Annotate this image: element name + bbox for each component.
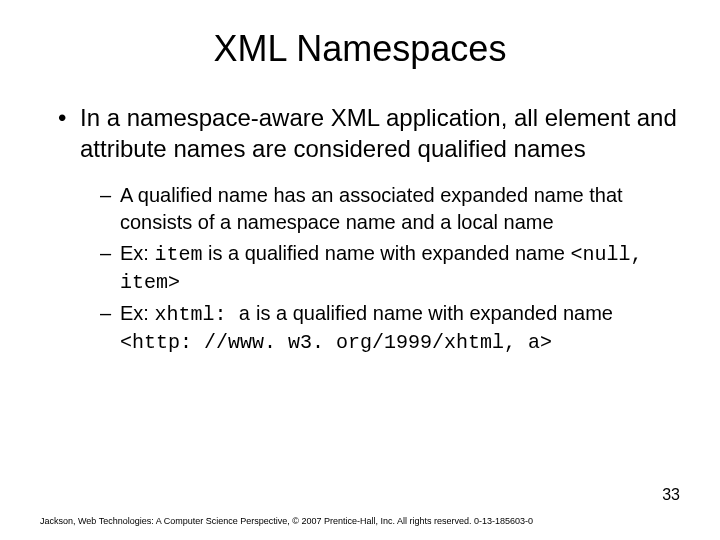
text-fragment: A qualified name has an associated <box>120 184 440 206</box>
text-fragment: Ex: <box>120 302 154 324</box>
bullet-level1: In a namespace-aware XML application, al… <box>58 102 680 164</box>
sub-bullet-list: A qualified name has an associated expan… <box>100 182 680 356</box>
page-number: 33 <box>662 486 680 504</box>
bullet-level2: A qualified name has an associated expan… <box>100 182 680 236</box>
slide: XML Namespaces In a namespace-aware XML … <box>0 0 720 540</box>
text-fragment: is a qualified name with expanded name <box>250 302 612 324</box>
bullet-level2: Ex: xhtml: a is a qualified name with ex… <box>100 300 680 356</box>
term-qualified-names: qualified names <box>418 135 586 162</box>
term-expanded-name: expanded name <box>440 184 583 206</box>
bullet-level2: Ex: item is a qualified name with expand… <box>100 240 680 296</box>
term-local-name: local name <box>457 211 554 233</box>
footer-citation: Jackson, Web Technologies: A Computer Sc… <box>40 516 533 526</box>
text-fragment: Ex: <box>120 242 154 264</box>
term-namespace-aware: namespace-aware <box>127 104 324 131</box>
text-fragment: In a <box>80 104 127 131</box>
code-item: item <box>154 243 202 266</box>
code-xhtml-uri: <http: //www. w3. org/1999/xhtml, a> <box>120 331 552 354</box>
code-xhtml-a: xhtml: a <box>154 303 250 326</box>
slide-title: XML Namespaces <box>40 28 680 70</box>
text-fragment: is a qualified name with expanded name <box>202 242 570 264</box>
